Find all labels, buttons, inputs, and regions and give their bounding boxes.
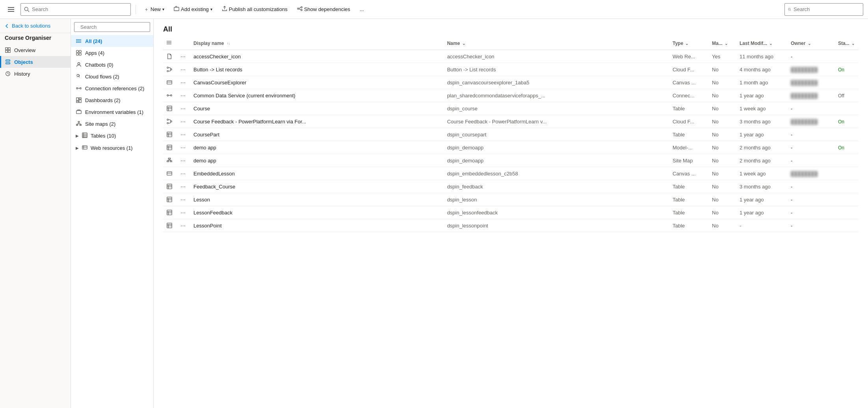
sidebar-item-objects[interactable]: Objects xyxy=(0,56,71,68)
midnav-item-sitemaps[interactable]: Site maps (2) xyxy=(71,118,153,130)
midnav-item-connrefs[interactable]: Connection references (2) xyxy=(71,82,153,94)
row-more-button[interactable]: ⋯ xyxy=(176,219,190,232)
row-more-button[interactable]: ⋯ xyxy=(176,76,190,89)
midnav: All (24) Apps (4) Chatbots (0) Cloud flo… xyxy=(71,19,154,408)
row-more-button[interactable]: ⋯ xyxy=(176,193,190,206)
row-name: dspin_course xyxy=(444,102,669,115)
svg-point-32 xyxy=(78,63,80,65)
row-more-button[interactable]: ⋯ xyxy=(176,167,190,180)
row-status: Off xyxy=(835,89,859,102)
table-row: ⋯ CoursePart dspin_coursepart Table No 1… xyxy=(163,128,859,141)
cloudflow-icon xyxy=(76,73,82,80)
row-type-icon xyxy=(163,219,176,232)
sidebar-item-history[interactable]: History xyxy=(0,68,71,80)
col-header-type[interactable]: Type ⌄ xyxy=(669,37,709,50)
svg-rect-83 xyxy=(170,161,172,162)
table-row: ⋯ Button -> List records Button -> List … xyxy=(163,63,859,76)
plus-icon: ＋ xyxy=(144,6,149,13)
row-more-button[interactable]: ⋯ xyxy=(176,180,190,193)
row-managed: No xyxy=(709,206,736,219)
svg-rect-102 xyxy=(167,223,172,228)
col-header-owner[interactable]: Owner ⌄ xyxy=(788,37,835,50)
svg-point-64 xyxy=(167,95,169,96)
midnav-item-chatbots[interactable]: Chatbots (0) xyxy=(71,59,153,71)
midnav-item-tables[interactable]: ▶ Tables (10) xyxy=(71,130,153,142)
col-header-managed[interactable]: Ma... ⌄ xyxy=(709,37,736,50)
svg-point-70 xyxy=(167,119,169,121)
midnav-item-all[interactable]: All (24) xyxy=(71,35,153,47)
row-owner: ████████ xyxy=(788,76,835,89)
svg-rect-1 xyxy=(8,9,14,10)
row-type: Cloud F... xyxy=(669,115,709,128)
topbar-search-input[interactable] xyxy=(32,6,127,12)
col-header-display-name[interactable]: Display name ↑↓ xyxy=(190,37,444,50)
row-modified: 3 months ago xyxy=(736,180,788,193)
svg-rect-39 xyxy=(76,101,78,103)
row-more-button[interactable]: ⋯ xyxy=(176,102,190,115)
row-status: On xyxy=(835,141,859,154)
row-managed: No xyxy=(709,193,736,206)
objects-table: Display name ↑↓ Name ⌄ Type ⌄ Ma... xyxy=(163,37,859,232)
svg-rect-15 xyxy=(6,50,7,52)
row-owner: ████████ xyxy=(788,115,835,128)
sidebar-item-overview[interactable]: Overview xyxy=(0,44,71,56)
row-more-button[interactable]: ⋯ xyxy=(176,115,190,128)
list-icon xyxy=(76,38,82,44)
row-more-button[interactable]: ⋯ xyxy=(176,206,190,219)
main-layout: Back to solutions Course Organiser Overv… xyxy=(0,19,868,408)
hamburger-icon[interactable] xyxy=(5,3,17,16)
right-search-box[interactable] xyxy=(784,3,863,16)
right-search-input[interactable] xyxy=(794,6,860,12)
svg-point-27 xyxy=(76,42,77,43)
svg-rect-94 xyxy=(167,197,172,202)
new-button[interactable]: ＋ New ▾ xyxy=(141,4,167,15)
row-modified: 1 year ago xyxy=(736,128,788,141)
table-row: ⋯ Lesson dspin_lesson Table No 1 year ag… xyxy=(163,193,859,206)
row-more-button[interactable]: ⋯ xyxy=(176,141,190,154)
topbar: ＋ New ▾ Add existing ▾ Publish all custo… xyxy=(0,0,868,19)
more-options-button[interactable]: ... xyxy=(357,5,367,14)
midnav-search-box[interactable] xyxy=(74,22,150,32)
row-owner: ████████ xyxy=(788,63,835,76)
row-name: plan_sharedcommondataserviceforapps_... xyxy=(444,89,669,102)
row-more-button[interactable]: ⋯ xyxy=(176,89,190,102)
apps-icon xyxy=(76,50,82,56)
midnav-item-webresources[interactable]: ▶ Web resources (1) xyxy=(71,142,153,154)
row-more-button[interactable]: ⋯ xyxy=(176,63,190,76)
svg-point-7 xyxy=(301,7,302,8)
col-header-status[interactable]: Sta... ⌄ xyxy=(835,37,859,50)
table-row: ⋯ EmbeddedLesson dspin_embeddedlesson_c2… xyxy=(163,167,859,180)
svg-rect-18 xyxy=(6,63,10,64)
svg-point-20 xyxy=(78,27,78,27)
row-display-name: Course Feedback - PowerPlatformLearn via… xyxy=(190,115,444,128)
row-modified: 1 week ago xyxy=(736,167,788,180)
svg-point-3 xyxy=(24,7,28,11)
row-more-button[interactable]: ⋯ xyxy=(176,154,190,167)
add-existing-button[interactable]: Add existing ▾ xyxy=(171,4,216,14)
midnav-search xyxy=(71,19,153,35)
svg-rect-82 xyxy=(167,161,169,162)
col-header-modified[interactable]: Last Modif... ⌄ xyxy=(736,37,788,50)
row-status xyxy=(835,128,859,141)
row-type-icon xyxy=(163,128,176,141)
svg-point-25 xyxy=(76,39,77,40)
col-header-name[interactable]: Name ⌄ xyxy=(444,37,669,50)
midnav-item-dashboards[interactable]: Dashboards (2) xyxy=(71,94,153,106)
show-dependencies-button[interactable]: Show dependencies xyxy=(294,4,353,14)
midnav-item-envvars[interactable]: Environment variables (1) xyxy=(71,106,153,118)
topbar-search-box[interactable] xyxy=(20,3,131,16)
status-sort-icon: ⌄ xyxy=(851,41,855,46)
midnav-search-input[interactable] xyxy=(80,24,147,30)
row-display-name: LessonPoint xyxy=(190,219,444,232)
row-more-button[interactable]: ⋯ xyxy=(176,128,190,141)
row-name: Course Feedback - PowerPlatformLearn v..… xyxy=(444,115,669,128)
sidebar: Back to solutions Course Organiser Overv… xyxy=(0,19,71,408)
col-header-more xyxy=(176,37,190,50)
midnav-item-apps[interactable]: Apps (4) xyxy=(71,47,153,59)
row-more-button[interactable]: ⋯ xyxy=(176,50,190,63)
back-to-solutions-link[interactable]: Back to solutions xyxy=(0,19,71,33)
midnav-item-cloudflows[interactable]: Cloud flows (2) xyxy=(71,71,153,82)
svg-rect-42 xyxy=(76,125,78,126)
page-title: All xyxy=(154,19,868,37)
publish-button[interactable]: Publish all customizations xyxy=(219,4,291,14)
